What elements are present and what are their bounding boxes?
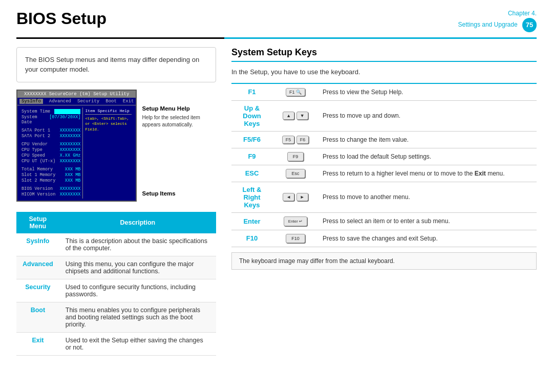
- key-down-icon: ▼: [296, 112, 308, 120]
- bios-row-systemdate: System Date [07/30/20XX]: [22, 115, 80, 125]
- key-row: ESC Esc Press to return to a higher leve…: [231, 165, 537, 182]
- system-setup-keys-title: System Setup Keys: [231, 47, 537, 62]
- bios-row-systemtime: System Time [19:21:53]: [22, 109, 80, 114]
- key-row: F5/F6 F5 F6 Press to change the item val…: [231, 131, 537, 148]
- key-icon: F10: [286, 234, 305, 243]
- note-text: The BIOS Setup menus and items may diffe…: [25, 56, 199, 74]
- page-header: BIOS Setup Chapter 4. Settings and Upgra…: [0, 0, 553, 37]
- bios-row-slot2: Slot 2 Memory XXX MB: [22, 178, 80, 183]
- key-desc-cell: Press to save the changes and exit Setup…: [318, 230, 537, 247]
- bios-help-panel: Item Specific Help <tab>, <Shift-Tab>, o…: [82, 107, 134, 199]
- system-setup-keys-intro: In the Setup, you have to use the keyboa…: [231, 68, 537, 76]
- key-name-cell: ESC: [231, 165, 272, 182]
- bios-help-header: Item Specific Help: [85, 108, 132, 115]
- setup-desc-cell: Used to configure security functions, in…: [59, 279, 216, 302]
- key-name-cell: Enter: [231, 212, 272, 230]
- bios-row-biosver: BIOS Version XXXXXXXX: [22, 186, 80, 191]
- key-icon-cell: F5 F6: [272, 131, 318, 148]
- key-f5-icon: F5: [282, 136, 295, 144]
- chapter-line2: Settings and Upgrade: [458, 21, 518, 28]
- bios-row-cpuspeed: CPU Speed X.XX GHz: [22, 153, 80, 158]
- bios-help-text: <tab>, <Shift-Tab>, or <Enter> selects F…: [85, 116, 132, 133]
- bios-row-cpuvendor: CPU Vendor XXXXXXXX: [22, 142, 80, 147]
- table-row: AdvancedUsing this menu, you can configu…: [16, 256, 216, 279]
- bios-menu-exit[interactable]: Exit: [123, 99, 134, 104]
- key-name-cell: F5/F6: [231, 131, 272, 148]
- key-icon: F9: [287, 152, 304, 161]
- key-row: F10 F10 Press to save the changes and ex…: [231, 230, 537, 247]
- key-f6-icon: F6: [296, 136, 309, 144]
- chapter-info: Chapter 4. Settings and Upgrade 75: [458, 9, 537, 32]
- main-content: The BIOS Setup menus and items may diffe…: [0, 39, 553, 364]
- key-row: Up & Down Keys ▲ ▼ Press to move up and …: [231, 100, 537, 131]
- key-icon-cell: F9: [272, 148, 318, 165]
- bottom-note: The keyboard image may differ from the a…: [231, 252, 537, 270]
- key-icon-cell: ◄ ►: [272, 182, 318, 212]
- key-desc-cell: Press to load the default Setup settings…: [318, 148, 537, 165]
- bios-row-sata1: SATA Port 1 XXXXXXXX: [22, 128, 80, 133]
- note-box: The BIOS Setup menus and items may diffe…: [16, 47, 216, 82]
- table-row: SysInfoThis is a description about the b…: [16, 233, 216, 256]
- key-up-icon: ▲: [283, 112, 294, 120]
- bios-screen: XXXXXXXX SecureCore (tm) Setup Utility S…: [16, 90, 137, 207]
- setup-menu-cell: Exit: [16, 332, 59, 355]
- setup-menu-cell: Boot: [16, 302, 59, 332]
- bios-row-cpuut: CPU UT (UT-x) XXXXXXXX: [22, 159, 80, 164]
- key-desc-cell: Press to change the item value.: [318, 131, 537, 148]
- setup-desc-cell: Using this menu, you can configure the m…: [59, 256, 216, 279]
- key-desc-cell: Press to move to another menu.: [318, 182, 537, 212]
- key-icon-cell: F10: [272, 230, 318, 247]
- key-f1-icon: F1 🔍: [286, 88, 305, 96]
- bios-main-panel: System Time [19:21:53] System Date [07/3…: [19, 107, 82, 199]
- bios-menu-sysinfo[interactable]: SysInfo: [19, 99, 43, 104]
- key-icon-cell: Enter ↵: [272, 212, 318, 230]
- setup-menu-cell: SysInfo: [16, 233, 59, 256]
- key-icon-cell: Esc: [272, 165, 318, 182]
- setup-menu-cell: Security: [16, 279, 59, 302]
- bios-menu-bar: SysInfo Advanced Security Boot Exit: [17, 98, 136, 105]
- setup-table: Setup Menu Description SysInfoThis is a …: [16, 212, 216, 356]
- key-desc-cell: Press to view the Setup Help.: [318, 83, 537, 101]
- key-icon-cell: ▲ ▼: [272, 100, 318, 131]
- right-column: System Setup Keys In the Setup, you have…: [231, 47, 537, 356]
- key-right-icon: ►: [296, 193, 308, 201]
- key-name-cell: F9: [231, 148, 272, 165]
- key-desc-cell: Press to return to a higher level menu o…: [318, 165, 537, 182]
- bios-row-slot1: Slot 1 Memory XXX MB: [22, 172, 80, 178]
- key-name-cell: F1: [231, 83, 272, 101]
- table-row: BootThis menu enables you to configure p…: [16, 302, 216, 332]
- callout-setup-menu-label: Setup Menu Help: [142, 105, 216, 113]
- setup-desc-cell: This menu enables you to configure perip…: [59, 302, 216, 332]
- setup-table-col1-header: Setup Menu: [16, 212, 59, 233]
- key-name-cell: Up & Down Keys: [231, 100, 272, 131]
- bios-title: XXXXXXXX SecureCore (tm) Setup Utility: [17, 91, 136, 98]
- key-desc-cell: Press to move up and down.: [318, 100, 537, 131]
- setup-menu-cell: Advanced: [16, 256, 59, 279]
- chapter-line1: Chapter 4.: [508, 10, 537, 17]
- bios-row-totalmem: Total Memory XXX MB: [22, 167, 80, 172]
- key-name-cell: Left & Right Keys: [231, 182, 272, 212]
- key-left-icon: ◄: [283, 193, 294, 201]
- key-row: F9 F9 Press to load the default Setup se…: [231, 148, 537, 165]
- bios-menu-boot[interactable]: Boot: [105, 99, 117, 104]
- page-title: BIOS Setup: [16, 9, 107, 28]
- page-number: 75: [522, 18, 537, 32]
- table-row: SecurityUsed to configure security funct…: [16, 279, 216, 302]
- key-row: Left & Right Keys ◄ ► Press to move to a…: [231, 182, 537, 212]
- setup-desc-cell: This is a description about the basic sp…: [59, 233, 216, 256]
- keys-table: F1 F1 🔍 Press to view the Setup Help. Up…: [231, 83, 537, 247]
- key-icon-cell: F1 🔍: [272, 83, 318, 101]
- bios-body: System Time [19:21:53] System Date [07/3…: [17, 105, 136, 201]
- bios-row-cputype: CPU Type XXXXXXXX: [22, 147, 80, 153]
- setup-desc-cell: Used to exit the Setup either saving the…: [59, 332, 216, 355]
- key-icon: Esc: [286, 169, 305, 178]
- callout-setup-items: Setup Items: [142, 190, 216, 197]
- bios-menu-advanced[interactable]: Advanced: [49, 99, 71, 104]
- bios-menu-security[interactable]: Security: [77, 99, 99, 104]
- table-row: ExitUsed to exit the Setup either saving…: [16, 332, 216, 355]
- key-enter-icon: Enter ↵: [284, 216, 307, 226]
- bios-row-hicomver: HICOM Version XXXXXXXX: [22, 192, 80, 197]
- key-desc-cell: Press to select an item or to enter a su…: [318, 212, 537, 230]
- left-column: The BIOS Setup menus and items may diffe…: [16, 47, 216, 356]
- key-name-cell: F10: [231, 230, 272, 247]
